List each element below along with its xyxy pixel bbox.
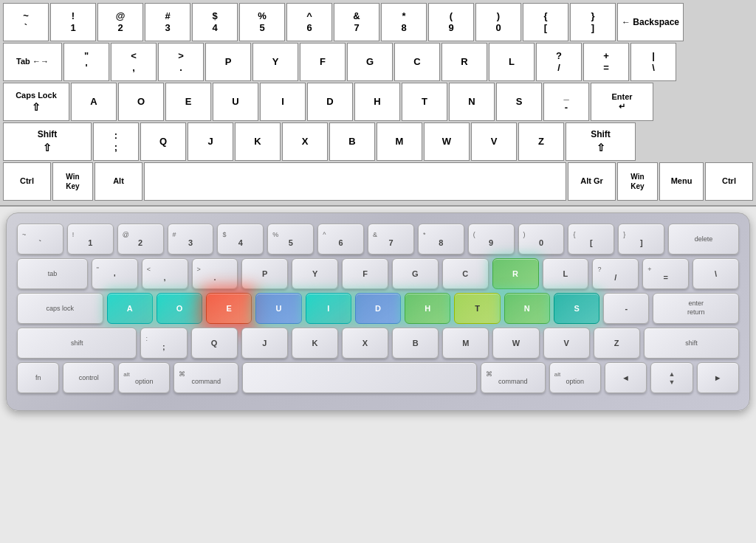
key-menu[interactable]: Menu [659,162,704,201]
key-c[interactable]: C [394,43,440,81]
key-b[interactable]: B [329,122,375,161]
key-backspace[interactable]: ← Backspace [617,3,684,41]
key-x[interactable]: X [282,122,328,161]
mac-key-o[interactable]: O [157,293,202,324]
key-semicolon[interactable]: :; [93,122,139,161]
mac-key-r[interactable]: R [492,258,539,289]
key-period[interactable]: >. [158,43,204,81]
key-u[interactable]: U [213,83,258,121]
key-shift-left[interactable]: Shift⇧ [3,122,92,161]
mac-key-enter[interactable]: enterreturn [653,293,739,324]
key-ctrl-right[interactable]: Ctrl [705,162,753,201]
mac-key-k[interactable]: K [292,328,338,359]
mac-key-control[interactable]: control [63,362,114,393]
key-0[interactable]: )0 [475,3,521,41]
mac-key-comma[interactable]: <, [142,258,188,289]
mac-key-a[interactable]: A [107,293,153,324]
mac-key-semicolon[interactable]: :; [140,328,187,359]
mac-key-u[interactable]: U [255,293,301,324]
mac-key-t[interactable]: T [454,293,500,324]
key-7[interactable]: &7 [334,3,379,41]
key-h[interactable]: H [354,83,400,121]
key-q[interactable]: Q [140,122,186,161]
mac-key-arrow-updown[interactable]: ▲▼ [650,362,693,393]
key-2[interactable]: @2 [97,3,143,41]
key-v[interactable]: V [471,122,517,161]
key-lbracket[interactable]: {[ [523,3,568,41]
key-alt-left[interactable]: Alt [94,162,142,201]
key-5[interactable]: %5 [239,3,285,41]
key-6[interactable]: ^6 [286,3,332,41]
mac-key-0[interactable]: )0 [518,224,565,255]
mac-key-fwdslash[interactable]: ?/ [592,258,639,289]
mac-key-option-right[interactable]: altoption [549,362,601,393]
mac-key-shift-right[interactable]: shift [644,328,739,359]
mac-key-3[interactable]: #3 [168,224,214,255]
mac-key-lbracket[interactable]: {[ [568,224,614,255]
key-space[interactable] [144,162,566,201]
mac-key-i[interactable]: I [306,293,351,324]
mac-key-shift-left[interactable]: shift [17,328,137,359]
key-g[interactable]: G [347,43,393,81]
key-9[interactable]: (9 [428,3,474,41]
mac-key-p[interactable]: P [241,258,288,289]
mac-key-m[interactable]: M [442,328,489,359]
mac-key-n[interactable]: N [504,293,550,324]
key-minus[interactable]: _- [543,83,589,121]
key-j[interactable]: J [188,122,233,161]
mac-key-quote[interactable]: "' [92,258,138,289]
mac-key-x[interactable]: X [342,328,388,359]
mac-key-q[interactable]: Q [191,328,238,359]
key-comma[interactable]: <, [111,43,157,81]
mac-key-tab[interactable]: tab [17,258,88,289]
key-s[interactable]: S [496,83,542,121]
key-backslash[interactable]: |\ [630,43,676,81]
mac-key-equals[interactable]: += [642,258,689,289]
key-enter[interactable]: Enter↵ [591,83,653,121]
key-t[interactable]: T [402,83,447,121]
mac-key-7[interactable]: &7 [368,224,414,255]
mac-key-f[interactable]: F [342,258,388,289]
mac-key-6[interactable]: ^6 [317,224,364,255]
key-i[interactable]: I [260,83,306,121]
mac-key-s[interactable]: S [554,293,599,324]
key-4[interactable]: $4 [192,3,238,41]
mac-key-v[interactable]: V [543,328,590,359]
mac-key-2[interactable]: @2 [117,224,164,255]
key-m[interactable]: M [377,122,422,161]
mac-key-arrow-left[interactable]: ◄ [605,362,647,393]
mac-key-4[interactable]: $4 [217,224,264,255]
mac-key-period[interactable]: >. [192,258,238,289]
key-d[interactable]: D [307,83,353,121]
mac-key-l[interactable]: L [543,258,589,289]
key-tab[interactable]: Tab ←→ [3,43,62,81]
mac-key-z[interactable]: Z [594,328,640,359]
mac-key-capslock[interactable]: caps lock [17,293,103,324]
mac-key-9[interactable]: (9 [468,224,515,255]
key-backtick[interactable]: ~` [3,3,49,41]
key-p[interactable]: P [205,43,251,81]
key-winkey-right[interactable]: WinKey [617,162,658,201]
mac-key-rbracket[interactable]: }] [618,224,664,255]
mac-key-e[interactable]: E [206,293,252,324]
key-alt-gr[interactable]: Alt Gr [568,162,616,201]
key-l[interactable]: L [489,43,535,81]
mac-key-1[interactable]: !1 [67,224,114,255]
mac-key-j[interactable]: J [241,328,288,359]
mac-key-g[interactable]: G [392,258,439,289]
mac-key-fn[interactable]: fn [17,362,59,393]
key-winkey-left[interactable]: WinKey [52,162,93,201]
key-slash[interactable]: ?/ [536,43,582,81]
key-n[interactable]: N [449,83,495,121]
mac-key-command-left[interactable]: ⌘command [173,362,238,393]
key-k[interactable]: K [235,122,281,161]
key-y[interactable]: Y [252,43,298,81]
mac-key-command-right[interactable]: ⌘command [481,362,546,393]
key-r[interactable]: R [441,43,487,81]
mac-key-5[interactable]: %5 [267,224,314,255]
key-z[interactable]: Z [518,122,564,161]
key-ctrl-left[interactable]: Ctrl [3,162,51,201]
key-shift-right[interactable]: Shift⇧ [566,122,636,161]
key-capslock[interactable]: Caps Lock⇧ [3,83,69,121]
key-8[interactable]: *8 [381,3,427,41]
